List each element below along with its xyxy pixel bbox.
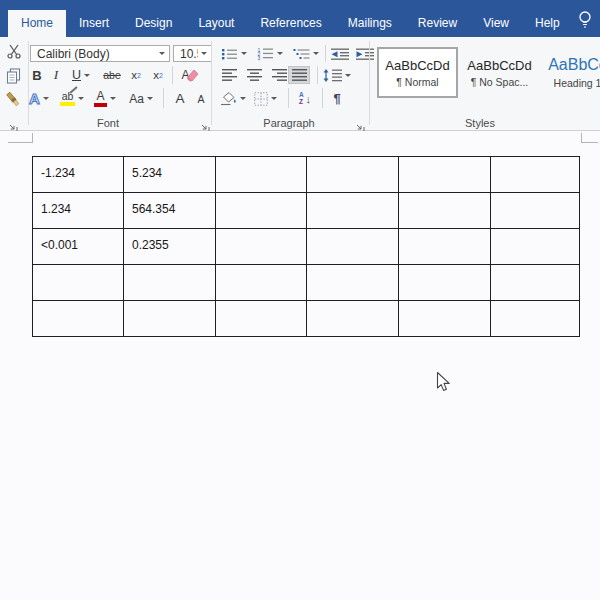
table-cell[interactable]	[491, 193, 580, 229]
text-effects-button[interactable]: A	[26, 88, 52, 109]
table-row: <0.001 0.2355	[33, 229, 580, 265]
table-cell[interactable]	[491, 157, 580, 193]
cut-button[interactable]	[0, 43, 27, 59]
tab-home[interactable]: Home	[8, 10, 66, 37]
font-color-button[interactable]: A	[92, 88, 118, 109]
chevron-down-icon	[84, 74, 90, 77]
multilevel-list-button[interactable]	[290, 45, 322, 62]
table-cell[interactable]	[307, 193, 399, 229]
align-center-button[interactable]	[246, 66, 263, 84]
pen-icon	[70, 86, 78, 93]
table-cell[interactable]	[307, 265, 399, 301]
underline-button[interactable]: U	[68, 66, 94, 84]
change-case-button[interactable]: Aa	[127, 88, 155, 109]
text-boundary-mark	[8, 142, 32, 143]
table-cell[interactable]	[491, 301, 580, 337]
style-normal[interactable]: AaBbCcDd ¶ Normal	[377, 47, 458, 98]
button-separator	[163, 88, 164, 108]
shading-button[interactable]	[217, 88, 248, 109]
tab-insert[interactable]: Insert	[66, 10, 122, 37]
chevron-down-icon	[159, 52, 165, 55]
subscript-button[interactable]: x2	[127, 66, 145, 84]
font-dialog-launcher[interactable]	[200, 119, 210, 129]
table-cell[interactable]: 0.2355	[124, 229, 216, 265]
bold-button[interactable]: B	[29, 66, 45, 84]
font-name-value: Calibri (Body)	[37, 47, 156, 61]
table-cell[interactable]	[216, 301, 307, 337]
lightbulb-icon[interactable]	[576, 9, 594, 29]
grow-font-button[interactable]: A	[170, 88, 190, 109]
tab-view[interactable]: View	[470, 10, 522, 37]
tab-review[interactable]: Review	[405, 10, 470, 37]
show-hide-formatting-button[interactable]: ¶	[328, 88, 346, 109]
clear-formatting-button[interactable]: A	[178, 66, 202, 84]
superscript-button[interactable]: x2	[149, 66, 167, 84]
format-painter-button[interactable]	[0, 91, 27, 109]
text-highlight-color-button[interactable]: ab	[57, 88, 87, 109]
font-group-label: Font	[28, 117, 188, 129]
font-size-combo[interactable]: 10.5	[173, 45, 212, 62]
line-spacing-button[interactable]	[322, 66, 352, 84]
tab-mailings[interactable]: Mailings	[335, 10, 405, 37]
tab-help[interactable]: Help	[522, 10, 573, 37]
table-cell[interactable]	[216, 157, 307, 193]
table-cell[interactable]	[33, 301, 124, 337]
table-cell[interactable]	[491, 229, 580, 265]
table-row	[33, 301, 580, 337]
bullets-button[interactable]	[217, 45, 251, 62]
borders-button[interactable]	[251, 88, 280, 109]
tab-references[interactable]: References	[247, 10, 334, 37]
numbering-button[interactable]: 1 2 3	[254, 45, 286, 62]
table-cell[interactable]	[491, 265, 580, 301]
increase-indent-button[interactable]	[354, 45, 375, 62]
table-cell[interactable]	[124, 301, 216, 337]
table-cell[interactable]: <0.001	[33, 229, 124, 265]
chevron-down-icon	[241, 52, 247, 55]
style-no-spacing[interactable]: AaBbCcDd ¶ No Spac...	[461, 47, 538, 98]
table-cell[interactable]	[216, 193, 307, 229]
table-cell[interactable]	[307, 301, 399, 337]
table-cell[interactable]: -1.234	[33, 157, 124, 193]
highlight-color-bar	[60, 102, 75, 106]
tab-design[interactable]: Design	[122, 10, 185, 37]
tab-layout[interactable]: Layout	[185, 10, 247, 37]
table-cell[interactable]	[399, 229, 491, 265]
table-cell[interactable]: 564.354	[124, 193, 216, 229]
svg-text:3: 3	[258, 55, 261, 60]
table-cell[interactable]	[216, 229, 307, 265]
italic-button[interactable]: I	[49, 66, 63, 84]
table-cell[interactable]	[216, 265, 307, 301]
chevron-down-icon	[201, 52, 207, 55]
sort-button[interactable]: A Z ↓	[293, 88, 317, 109]
table-cell[interactable]	[399, 265, 491, 301]
table-cell[interactable]	[124, 265, 216, 301]
bullets-icon	[221, 48, 238, 60]
table-cell[interactable]: 5.234	[124, 157, 216, 193]
strikethrough-button[interactable]: abe	[100, 66, 124, 84]
table-cell[interactable]	[399, 193, 491, 229]
paragraph-dialog-launcher[interactable]	[355, 119, 365, 129]
font-color-bar	[94, 103, 107, 107]
mouse-cursor	[436, 371, 452, 397]
table-cell[interactable]	[33, 265, 124, 301]
table-cell[interactable]	[307, 157, 399, 193]
copy-button[interactable]	[0, 68, 27, 84]
table-cell[interactable]: 1.234	[33, 193, 124, 229]
table-cell[interactable]	[399, 301, 491, 337]
table-cell[interactable]	[307, 229, 399, 265]
shrink-font-button[interactable]: A	[192, 88, 210, 109]
document-area[interactable]: -1.234 5.234 1.234 564.354 <0.001	[0, 131, 600, 600]
align-left-button[interactable]	[221, 66, 238, 84]
table-cell[interactable]	[399, 157, 491, 193]
font-name-combo[interactable]: Calibri (Body)	[30, 45, 170, 62]
decrease-indent-button[interactable]	[329, 45, 350, 62]
style-heading-1[interactable]: AaBbCc Heading 1	[540, 47, 600, 98]
multilevel-list-icon	[293, 48, 310, 60]
group-separator	[211, 41, 212, 125]
clipboard-dialog-launcher[interactable]	[8, 119, 18, 129]
line-spacing-icon	[323, 69, 342, 82]
button-separator	[288, 88, 289, 108]
align-right-button[interactable]	[271, 66, 288, 84]
borders-icon	[254, 92, 268, 106]
justify-button[interactable]	[288, 66, 310, 84]
